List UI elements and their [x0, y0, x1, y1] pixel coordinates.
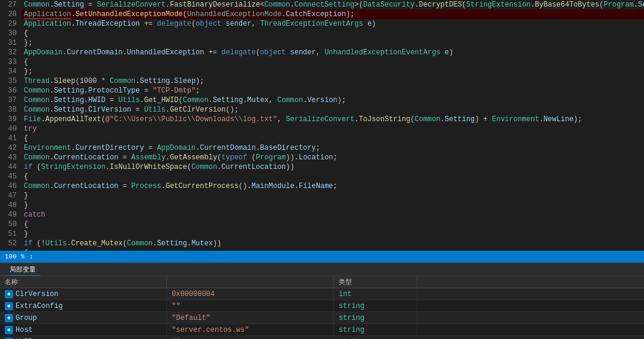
locals-table-header: 名称 类型	[0, 276, 644, 288]
zoom-level: 100 %	[5, 253, 24, 260]
col-header-type: 类型	[334, 276, 417, 288]
code-line-51: }	[21, 229, 644, 239]
var-value: ""	[172, 302, 180, 310]
locals-rows: ◆ ClrVersion 0x00000004 int ◆ ExtraConfi…	[0, 288, 644, 339]
code-line-46: Common.CurrentLocation = Process.GetCurr…	[21, 181, 644, 191]
local-row-3[interactable]: ◆ Host "server.centos.ws" string	[0, 324, 644, 336]
var-name: ClrVersion	[16, 290, 58, 298]
code-line-29: Application.ThreadException += delegate(…	[21, 19, 644, 29]
code-line-34: };	[21, 67, 644, 76]
code-line-36: Common.Setting.ProtocolType = "TCP-Dmtp"…	[21, 86, 644, 95]
code-line-49: catch	[21, 210, 644, 220]
locals-panel: 局部变量 名称 类型 ◆ ClrVersion 0x00000004 int ◆…	[0, 263, 644, 339]
code-line-44: if (StringExtension.IsNullOrWhiteSpace(C…	[21, 162, 644, 172]
var-icon: ◆	[5, 302, 13, 310]
code-line-30: {	[21, 29, 644, 38]
editor-container: 27 28 29 30 31 32 33 34 35 36 37 38 39 4…	[0, 0, 644, 339]
local-row-2[interactable]: ◆ Group "Default" string	[0, 312, 644, 324]
var-name: Host	[16, 326, 33, 334]
code-line-31: };	[21, 38, 644, 48]
code-line-45: {	[21, 172, 644, 181]
panel-tab-locals[interactable]: 局部变量	[5, 264, 41, 276]
var-type: int	[339, 290, 352, 298]
var-value: "server.centos.ws"	[172, 326, 249, 334]
var-icon: ◆	[5, 314, 13, 322]
code-line-47: }	[21, 191, 644, 201]
code-line-52: if (!Utils.Create_Mutex(Common.Setting.M…	[21, 239, 644, 248]
col-header-name: 名称	[0, 276, 167, 288]
code-line-37: Common.Setting.HWID = Utils.Get_HWID(Com…	[21, 95, 644, 105]
code-line-27: Common.Setting = SerializeConvert.FastBi…	[21, 0, 644, 10]
code-line-42: Environment.CurrentDirectory = AppDomain…	[21, 143, 644, 153]
code-line-35: Thread.Sleep(1000 * Common.Setting.Sleep…	[21, 76, 644, 86]
code-line-43: Common.CurrentLocation = Assembly.GetAss…	[21, 153, 644, 162]
local-row-4[interactable]: ◆ HWID "" string	[0, 336, 644, 339]
code-content[interactable]: Common.Setting = SerializeConvert.FastBi…	[21, 0, 644, 251]
code-line-39: File.AppendAllText(@"C:\\Users\\Public\\…	[21, 115, 644, 124]
local-row-1[interactable]: ◆ ExtraConfig "" string	[0, 300, 644, 312]
line-numbers: 27 28 29 30 31 32 33 34 35 36 37 38 39 4…	[0, 0, 21, 251]
code-editor[interactable]: 27 28 29 30 31 32 33 34 35 36 37 38 39 4…	[0, 0, 644, 251]
code-line-40: try	[21, 124, 644, 134]
code-line-48: }	[21, 201, 644, 210]
code-line-50: {	[21, 220, 644, 229]
var-name: ExtraConfig	[16, 302, 63, 310]
var-type: string	[339, 326, 364, 334]
var-name: Group	[16, 314, 37, 322]
code-line-33: {	[21, 57, 644, 67]
code-line-38: Common.Setting.ClrVersion = Utils.GetClr…	[21, 105, 644, 115]
var-value: "Default"	[172, 314, 210, 322]
code-line-28: Application.SetUnhandledExceptionMode(Un…	[21, 10, 644, 19]
var-type: string	[339, 314, 364, 322]
code-line-53: {	[21, 248, 644, 251]
code-line-41: {	[21, 134, 644, 143]
var-icon: ◆	[5, 326, 13, 334]
status-bar: 100 % ↕	[0, 251, 644, 263]
var-value: 0x00000004	[172, 290, 215, 298]
code-line-32: AppDomain.CurrentDomain.UnhandledExcepti…	[21, 48, 644, 57]
local-row-0[interactable]: ◆ ClrVersion 0x00000004 int	[0, 288, 644, 300]
var-icon: ◆	[5, 290, 13, 298]
scroll-indicator-icon: ↕	[29, 253, 33, 260]
col-header-value	[167, 276, 334, 288]
panel-header: 局部变量	[0, 263, 644, 276]
var-type: string	[339, 302, 364, 310]
